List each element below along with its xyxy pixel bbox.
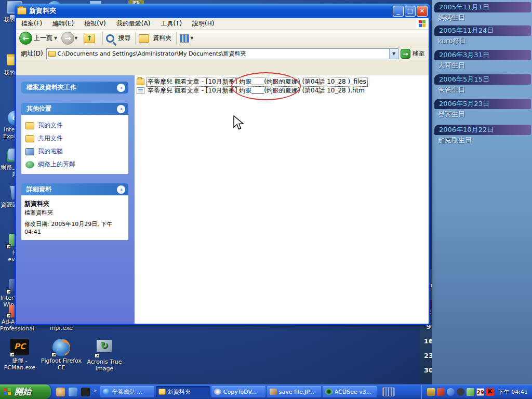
address-folder-icon [48,51,56,57]
quick-launch-app-icon[interactable] [69,388,77,396]
taskbar-clock: 下午 04:41 [498,388,528,396]
minimize-button[interactable]: _ [393,6,404,17]
taskbar-button-browser[interactable]: 辛蒂摩兒 ... [100,386,154,397]
quick-launch-overflow-icon[interactable]: » [94,387,97,394]
keyboard-language-icon[interactable] [382,387,395,396]
link-network-places[interactable]: 網路上的芳鄰 [25,160,124,169]
my-documents-icon [25,122,34,129]
tray-calendar-badge[interactable]: 29 [476,388,484,396]
toolbar-separator [135,32,136,45]
folders-label[interactable]: 資料夾 [153,34,171,43]
shortcut-badge: ↗ [6,313,11,318]
section-details: 詳細資料 « 新資料夾 檔案資料夾 修改日期: 2005年10月29日, 下午 … [21,183,128,240]
explorer-window: 新資料夾 _ □ ✕ 檔案(F) 編輯(E) 檢視(V) 我的最愛(A) 工具(… [15,18,430,325]
birthday-entry: 2006年5月15日爸爸生日 [432,74,532,95]
back-label[interactable]: 上一頁 [34,34,52,43]
eye-icon [325,389,332,395]
chevron-up-icon[interactable]: « [117,185,125,194]
disc-icon [214,389,221,395]
birthday-label: kuro祭日 [432,36,532,46]
tray-kaspersky-icon[interactable]: K [486,388,494,396]
file-row[interactable]: 辛蒂摩兒 觀看文章 - [10月新番] 灼眼____(灼眼的夏娜) (第04話 … [137,86,428,95]
shared-folder-icon [25,135,34,142]
details-folder-name: 新資料夾 [24,200,125,208]
section-other-places: 其他位置 « 我的文件 共用文件 [21,103,128,174]
maximize-button[interactable]: □ [405,6,416,17]
folders-icon[interactable] [139,34,149,43]
toolbar-separator [102,32,103,45]
file-list[interactable]: 辛蒂摩兒 觀看文章 - [10月新番] 灼眼____(灼眼的夏娜) (第04話 … [135,75,429,324]
desktop: October 2005 SunMonTueWedThuFriSat 12345… [0,0,532,399]
shortcut-badge: ↗ [51,352,56,357]
back-dropdown-icon[interactable]: ▼ [54,36,57,41]
menu-view[interactable]: 檢視(V) [79,18,111,29]
section-file-tasks: 檔案及資料夾工作 » [21,82,128,94]
section-header-file-tasks[interactable]: 檔案及資料夾工作 » [21,82,128,94]
quick-launch-winamp-icon[interactable] [81,388,90,396]
tray-webcam-icon[interactable] [467,388,474,396]
up-button[interactable]: ↑ [84,34,95,43]
window-title: 新資料夾 [29,6,392,16]
birthday-label: 趙克剛生日 [432,135,532,145]
desktop-icon-pcman[interactable]: PC↗ 捷徑 - PCMan.exe [0,339,39,371]
folder-icon [158,389,166,395]
menu-file[interactable]: 檔案(F) [16,18,47,29]
forward-button[interactable]: → [61,32,74,45]
link-my-documents[interactable]: 我的文件 [25,121,124,130]
search-label[interactable]: 搜尋 [118,34,130,43]
taskbar-button-copytodvd[interactable]: CopyToDV... [211,386,265,397]
birthday-date: 2005年11月1日 [434,2,531,12]
birthday-date: 2006年10月22日 [434,125,531,135]
section-header-other-places[interactable]: 其他位置 « [21,103,128,115]
link-my-computer[interactable]: 我的電腦 [25,147,124,156]
network-places-icon [25,161,34,168]
go-button[interactable]: → 移至 [401,49,425,59]
menu-bar: 檔案(F) 編輯(E) 檢視(V) 我的最愛(A) 工具(T) 說明(H) [16,18,429,30]
search-icon[interactable] [106,34,114,43]
chevron-up-icon[interactable]: « [117,105,125,113]
close-button[interactable]: ✕ [417,6,428,17]
taskbar-button-save-file[interactable]: save file.JP... [267,386,321,397]
views-icon[interactable] [180,34,189,43]
forward-dropdown-icon[interactable]: ▼ [74,36,77,41]
shortcut-badge: ↗ [10,352,15,357]
folder-icon [137,78,144,85]
desktop-icon-pigfoot-firefox[interactable]: ↗ Pigfoot Firefox CE [40,339,83,371]
start-button[interactable]: 開始 [0,384,51,399]
back-button[interactable]: ← [19,32,32,45]
tray-red-app-icon[interactable] [437,388,445,396]
birthday-label: 媽媽生日 [432,12,532,23]
menu-favorites[interactable]: 我的最愛(A) [111,18,156,29]
system-tray: 29 K 下午 04:41 [421,384,532,399]
menu-edit[interactable]: 編輯(E) [47,18,79,29]
details-modified-date: 修改日期: 2005年10月29日, 下午 04:41 [24,220,125,236]
toolbar: ← 上一頁 ▼ → ▼ ↑ 搜尋 資料夾 ▼ [16,30,429,47]
taskbar-button-new-folder[interactable]: 新資料夾 [156,386,210,397]
quick-launch-bird-icon[interactable] [56,388,65,396]
menu-help[interactable]: 說明(H) [187,18,219,29]
toolbar-separator [176,32,177,45]
section-header-details[interactable]: 詳細資料 « [21,183,128,195]
link-shared-documents[interactable]: 共用文件 [25,134,124,143]
address-label: 網址(D) [18,49,46,58]
address-dropdown-icon[interactable]: ▼ [389,49,398,59]
birthday-date: 2006年5月15日 [434,74,531,85]
shortcut-badge: ↗ [95,353,99,358]
desktop-icon-acronis[interactable]: ↻↗ Acronis True Image [83,339,126,372]
birthday-entry: 2005年11月24日kuro祭日 [432,25,532,46]
title-bar[interactable]: 新資料夾 _ □ ✕ [15,4,430,18]
go-arrow-icon: → [401,49,410,59]
birthday-entry: 2005年11月1日媽媽生日 [432,2,532,23]
tray-figure-icon[interactable] [427,388,435,396]
address-input[interactable]: C:\Documents and Settings\Administrator\… [46,48,398,59]
taskbar-button-acdsee[interactable]: ACDSee v3... [323,386,377,397]
menu-tools[interactable]: 工具(T) [155,18,187,29]
birthday-label: 爸爸生日 [432,85,532,95]
file-row[interactable]: 辛蒂摩兒 觀看文章 - [10月新番] 灼眼____(灼眼的夏娜) (第04話 … [137,77,428,86]
tray-messenger-icon[interactable] [447,388,455,396]
views-dropdown-icon[interactable]: ▼ [190,36,193,41]
go-label: 移至 [413,49,425,58]
birthday-date: 2006年5月23日 [434,99,531,109]
chevron-down-icon[interactable]: » [117,84,125,92]
tray-gear-icon[interactable] [457,388,464,396]
